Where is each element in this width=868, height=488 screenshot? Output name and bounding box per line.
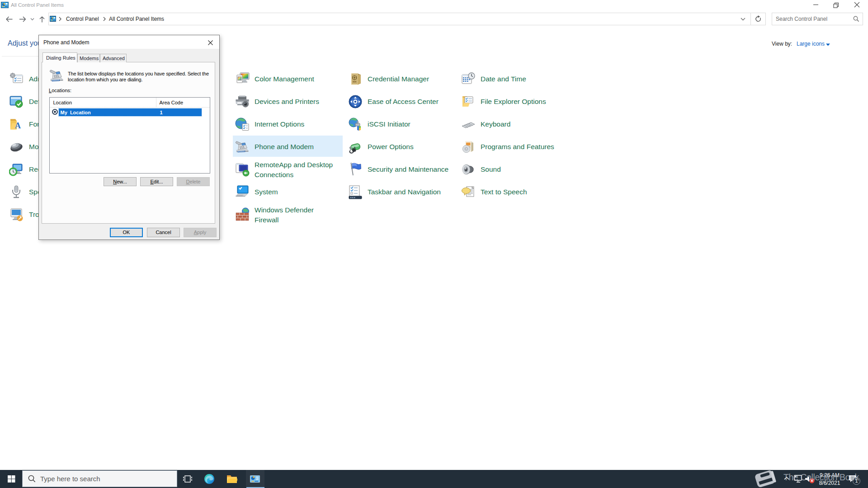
svg-text:A: A — [15, 121, 21, 130]
